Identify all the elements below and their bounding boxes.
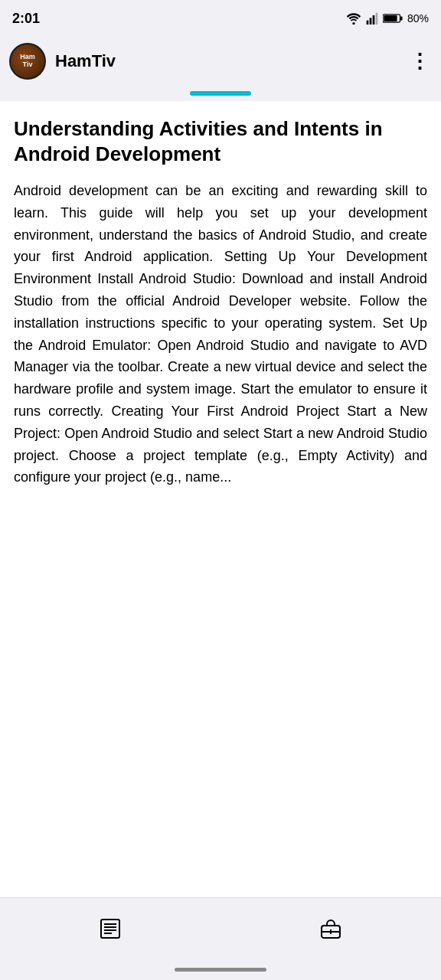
three-dots-icon: ⋮ (410, 51, 430, 71)
status-bar: 2:01 80% (0, 0, 441, 37)
svg-rect-8 (101, 920, 119, 938)
svg-rect-3 (373, 15, 375, 24)
article-title: Understanding Activities and Intents in … (14, 116, 427, 166)
saved-icon (317, 915, 345, 942)
avatar: HamTiv (9, 43, 46, 80)
svg-rect-4 (376, 13, 378, 24)
nav-item-articles[interactable] (81, 909, 139, 949)
article-body: Android development can be an exciting a… (14, 180, 427, 488)
svg-rect-7 (384, 15, 397, 21)
avatar-text: HamTiv (20, 54, 35, 69)
battery-percent: 80% (407, 12, 429, 24)
app-title: HamTiv (55, 51, 116, 71)
bottom-nav (0, 897, 441, 959)
avatar-inner: HamTiv (11, 44, 44, 78)
svg-rect-6 (400, 16, 403, 20)
more-menu-button[interactable]: ⋮ (407, 49, 432, 74)
home-indicator (0, 959, 441, 980)
scroll-indicator-area (0, 86, 441, 101)
app-bar: HamTiv HamTiv ⋮ (0, 37, 441, 86)
content-area: Understanding Activities and Intents in … (0, 101, 441, 897)
home-bar (175, 968, 266, 972)
battery-icon (383, 13, 403, 24)
svg-rect-1 (367, 21, 369, 24)
articles-icon (96, 915, 124, 942)
status-icons: 80% (346, 12, 429, 24)
svg-point-0 (352, 22, 354, 24)
nav-item-saved[interactable] (302, 909, 360, 949)
wifi-icon (346, 12, 361, 24)
app-bar-left: HamTiv HamTiv (9, 43, 116, 80)
svg-rect-2 (370, 18, 372, 24)
status-time: 2:01 (12, 11, 40, 27)
scroll-tab (190, 91, 251, 96)
signal-icon (366, 12, 378, 24)
